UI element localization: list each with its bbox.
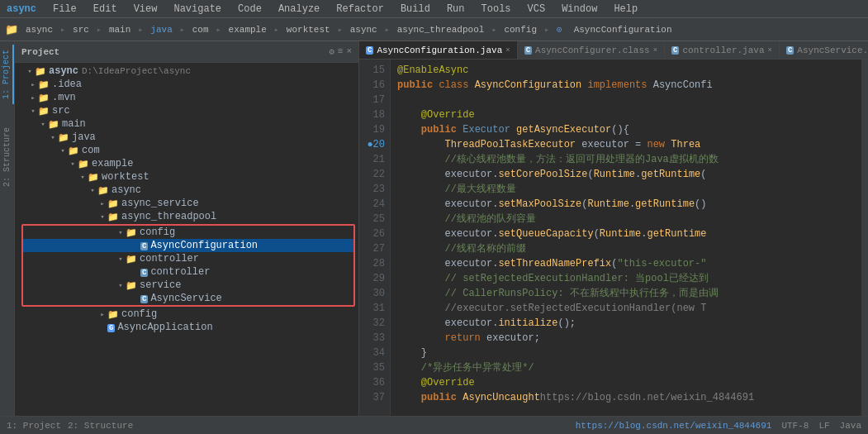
- structure-tab-label[interactable]: 2: Structure: [1, 122, 13, 192]
- tab-bar: C AsyncConfiguration.java × C AsyncConfi…: [359, 41, 868, 60]
- tree-item-async-root[interactable]: ▾ 📁 async D:\IdeaProject\async: [15, 64, 358, 78]
- sidebar-gear-icon[interactable]: ≡: [338, 46, 344, 57]
- code-line-17: [397, 93, 855, 107]
- sidebar-close-icon[interactable]: ×: [346, 46, 352, 57]
- tree-item-idea[interactable]: ▸ 📁 .idea: [15, 78, 358, 91]
- tree-item-async-threadpool[interactable]: ▾ 📁 async_threadpool: [15, 210, 358, 223]
- breadcrumb-main[interactable]: main: [105, 23, 135, 36]
- breadcrumb-async[interactable]: async: [21, 23, 57, 36]
- tree-label-java: java: [72, 131, 96, 143]
- class-icon-asyncconfiguration: C: [140, 241, 148, 250]
- tree-item-service-folder[interactable]: ▾ 📁 service: [23, 279, 353, 292]
- tree-label-async: async: [49, 65, 78, 77]
- status-project-tab[interactable]: 1: Project: [7, 421, 61, 431]
- tree-label-controller-file: controller: [150, 266, 210, 278]
- status-line-separator[interactable]: LF: [818, 421, 829, 431]
- tree-arrow-main: ▾: [38, 120, 48, 129]
- code-line-24: executor.setMaxPoolSize(Runtime.getRunti…: [397, 197, 855, 212]
- breadcrumb-java[interactable]: java: [146, 23, 176, 36]
- tree-item-asyncconfiguration[interactable]: C AsyncConfiguration: [23, 239, 353, 252]
- status-structure-tab[interactable]: 2: Structure: [68, 421, 133, 431]
- tree-arrow-controller-folder: ▾: [116, 255, 126, 264]
- tab-asyncconfigurer-class[interactable]: C AsyncConfigurer.class ×: [518, 41, 665, 60]
- tree-item-async-service[interactable]: ▸ 📁 async_service: [15, 197, 358, 210]
- tree-item-async2[interactable]: ▾ 📁 async: [15, 184, 358, 197]
- tree-label-idea: .idea: [52, 79, 82, 90]
- menu-view[interactable]: View: [130, 3, 161, 15]
- tree-item-controller-folder[interactable]: ▾ 📁 controller: [23, 252, 353, 265]
- code-line-20: ThreadPoolTaskExecutor executor = new Th…: [397, 137, 855, 152]
- breadcrumb-sep8: ▸: [385, 25, 390, 35]
- breadcrumb-worktest[interactable]: worktest: [282, 23, 334, 36]
- tree-arrow-service-folder: ▾: [116, 281, 126, 290]
- tab-label-asyncconfigurer: AsyncConfigurer.class: [535, 45, 650, 55]
- tab-controller-java[interactable]: C controller.java ×: [665, 41, 780, 60]
- menu-build[interactable]: Build: [397, 3, 434, 15]
- breadcrumb-sep6: ▸: [274, 25, 279, 35]
- tree-item-config2[interactable]: ▸ 📁 config: [15, 308, 358, 321]
- tree-item-config[interactable]: ▾ 📁 config: [23, 226, 353, 239]
- status-encoding[interactable]: UTF-8: [781, 421, 809, 431]
- menu-refactor[interactable]: Refactor: [333, 3, 387, 15]
- code-line-18: @Override: [397, 107, 855, 122]
- tree-item-worktest[interactable]: ▾ 📁 worktest: [15, 170, 358, 184]
- tree-item-asyncservice[interactable]: C AsyncService: [23, 292, 353, 305]
- folder-icon-async-service: 📁: [107, 198, 119, 209]
- code-lines[interactable]: @EnableAsync public class AsyncConfigura…: [391, 60, 861, 416]
- tree-label-config: config: [140, 227, 175, 238]
- breadcrumb-threadpool[interactable]: async_threadpool: [393, 23, 489, 36]
- menu-code[interactable]: Code: [235, 3, 265, 15]
- tree-item-mvn[interactable]: ▸ 📁 .mvn: [15, 91, 358, 104]
- tab-label-asyncservice: AsyncService.java: [797, 45, 868, 55]
- toolbar-folder-icon: 📁: [5, 23, 18, 36]
- tree-item-java[interactable]: ▾ 📁 java: [15, 131, 358, 144]
- code-line-22: executor.setCorePoolSize(Runtime.getRunt…: [397, 167, 855, 182]
- tab-asyncservice-java[interactable]: C AsyncService.java ×: [780, 41, 868, 60]
- status-language[interactable]: Java: [840, 421, 861, 431]
- breadcrumb-sep10: ▸: [544, 25, 549, 35]
- tab-close-asyncconfigurer[interactable]: ×: [653, 46, 657, 55]
- code-line-25: //线程池的队列容量: [397, 212, 855, 227]
- breadcrumb-com[interactable]: com: [188, 23, 213, 36]
- menu-edit[interactable]: Edit: [90, 3, 121, 15]
- breadcrumb-config[interactable]: config: [500, 23, 541, 36]
- breadcrumb-asyncconfig[interactable]: ⊙: [553, 22, 567, 36]
- folder-icon-idea: 📁: [38, 79, 50, 90]
- menu-vcs[interactable]: VCS: [524, 3, 549, 15]
- tree-item-src[interactable]: ▾ 📁 src: [15, 104, 358, 117]
- menu-file[interactable]: File: [50, 3, 80, 15]
- line-numbers: 15 16 17 18 19 ●20 21 22 23 24 25 26 27 …: [359, 60, 391, 416]
- menu-help[interactable]: Help: [610, 3, 641, 15]
- tree-label-com: com: [82, 145, 100, 156]
- tree-item-main[interactable]: ▾ 📁 main: [15, 117, 358, 131]
- menu-window[interactable]: Window: [558, 3, 600, 15]
- breadcrumb-asyncconfig-label[interactable]: AsyncConfiguration: [570, 23, 676, 36]
- menu-async[interactable]: async: [3, 3, 40, 15]
- breadcrumb-example[interactable]: example: [225, 23, 271, 36]
- code-line-35: /*异步任务中异常处理*/: [397, 360, 855, 375]
- menu-analyze[interactable]: Analyze: [275, 3, 323, 15]
- tab-close-controller[interactable]: ×: [768, 46, 772, 55]
- tab-icon-asyncservice: C: [786, 46, 794, 55]
- scrollbar-v[interactable]: [861, 60, 868, 416]
- highlighted-group: ▾ 📁 config C AsyncConfiguration ▾: [21, 224, 355, 307]
- breadcrumb-src[interactable]: src: [69, 23, 93, 36]
- project-tab-label[interactable]: 1: Project: [0, 45, 14, 104]
- tree-item-controller-file[interactable]: C controller: [23, 265, 353, 279]
- menu-run[interactable]: Run: [443, 3, 468, 15]
- tree-label-mvn: .mvn: [52, 92, 76, 103]
- tab-asyncconfiguration-java[interactable]: C AsyncConfiguration.java ×: [359, 41, 518, 60]
- code-line-34: }: [397, 346, 855, 360]
- menu-tools[interactable]: Tools: [478, 3, 515, 15]
- tree-item-example[interactable]: ▾ 📁 example: [15, 157, 358, 170]
- tree-path-async: D:\IdeaProject\async: [82, 66, 191, 76]
- folder-icon-async2: 📁: [97, 185, 109, 196]
- tree-item-asyncapplication[interactable]: G AsyncApplication: [15, 321, 358, 334]
- sidebar: Project ⚙ ≡ × ▾ 📁 async D:\IdeaProject\a…: [15, 41, 359, 416]
- tab-close-asyncconfiguration[interactable]: ×: [505, 46, 510, 55]
- menu-navigate[interactable]: Navigate: [170, 3, 225, 15]
- tree-item-com[interactable]: ▾ 📁 com: [15, 144, 358, 157]
- project-tree: ▾ 📁 async D:\IdeaProject\async ▸ 📁 .idea…: [15, 63, 358, 416]
- breadcrumb-async2[interactable]: async: [346, 23, 382, 36]
- sidebar-settings-icon[interactable]: ⚙: [329, 46, 334, 57]
